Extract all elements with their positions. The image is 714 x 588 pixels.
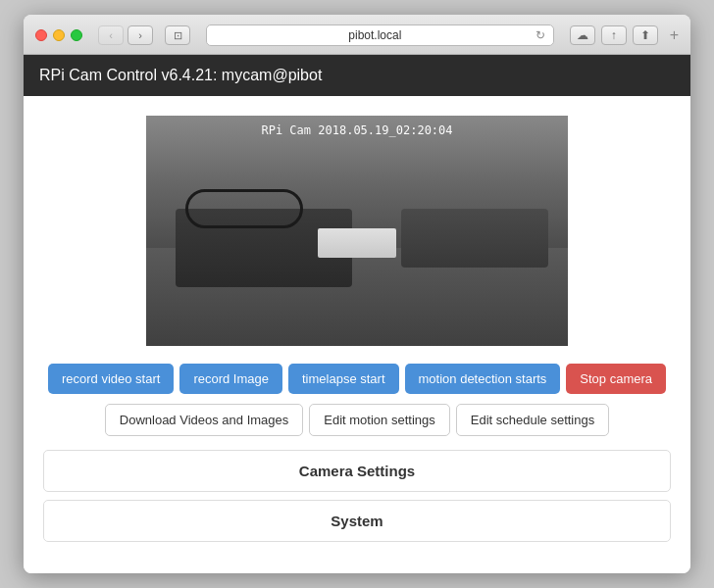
record-video-start-button[interactable]: record video start (48, 364, 174, 394)
scene-box (318, 228, 396, 258)
browser-window: ‹ › ⊡ pibot.local ↻ ☁ ↑ ⬆ + RPi Cam Cont… (24, 15, 690, 573)
camera-timestamp: RPi Cam 2018.05.19_02:20:04 (261, 123, 452, 137)
share-icon[interactable]: ↑ (601, 25, 627, 45)
edit-schedule-settings-button[interactable]: Edit schedule settings (456, 404, 609, 436)
minimize-button[interactable] (53, 29, 65, 41)
system-panel[interactable]: System (43, 500, 671, 542)
nav-buttons: ‹ › (98, 25, 153, 45)
record-image-button[interactable]: record Image (179, 364, 282, 394)
secondary-button-row: Download Videos and Images Edit motion s… (43, 404, 671, 436)
traffic-lights (35, 29, 82, 41)
primary-button-row: record video start record Image timelaps… (43, 364, 671, 394)
url-text: pibot.local (215, 28, 536, 42)
forward-button[interactable]: › (128, 25, 153, 45)
camera-scene (146, 145, 568, 346)
camera-feed-container: RPi Cam 2018.05.19_02:20:04 (146, 116, 568, 346)
scene-object2 (401, 209, 548, 268)
motion-detection-start-button[interactable]: motion detection starts (405, 364, 561, 394)
bookmarks-icon[interactable]: ☁ (570, 25, 595, 45)
reload-button[interactable]: ↻ (536, 28, 545, 42)
add-tab-button[interactable]: + (670, 26, 679, 44)
download-videos-images-button[interactable]: Download Videos and Images (105, 404, 304, 436)
maximize-button[interactable] (71, 29, 82, 41)
app-header: RPi Cam Control v6.4.21: mycam@pibot (24, 55, 690, 96)
edit-motion-settings-button[interactable]: Edit motion settings (309, 404, 449, 436)
url-bar[interactable]: pibot.local ↻ (206, 24, 554, 46)
back-button[interactable]: ‹ (98, 25, 124, 45)
app-title: RPi Cam Control v6.4.21: mycam@pibot (39, 67, 322, 83)
stop-camera-button[interactable]: Stop camera (566, 364, 666, 394)
main-content: RPi Cam 2018.05.19_02:20:04 record video… (24, 96, 690, 573)
camera-settings-panel[interactable]: Camera Settings (43, 450, 671, 492)
toolbar-right: ☁ ↑ ⬆ (570, 25, 658, 45)
title-bar: ‹ › ⊡ pibot.local ↻ ☁ ↑ ⬆ + (24, 15, 690, 55)
view-button[interactable]: ⊡ (165, 25, 190, 45)
camera-feed: RPi Cam 2018.05.19_02:20:04 (146, 116, 568, 346)
timelapse-start-button[interactable]: timelapse start (288, 364, 399, 394)
scene-cables (185, 189, 303, 228)
close-button[interactable] (35, 29, 47, 41)
upload-icon[interactable]: ⬆ (633, 25, 658, 45)
